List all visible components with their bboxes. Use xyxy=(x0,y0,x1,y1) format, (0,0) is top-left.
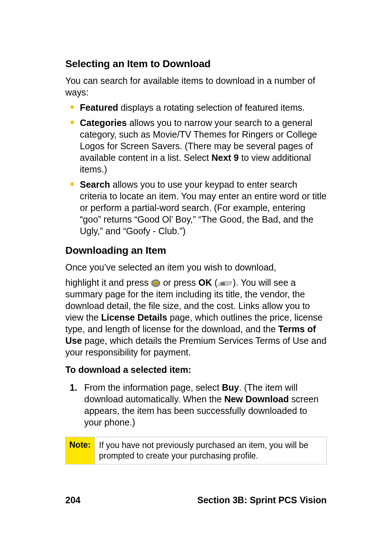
page-number: 204 xyxy=(65,495,81,505)
bullet-search: Search allows you to use your keypad to … xyxy=(65,179,327,237)
svg-text:OK: OK xyxy=(154,282,158,285)
search-text: allows you to use your keypad to enter s… xyxy=(80,179,327,236)
p2-part-a: highlight it and press xyxy=(65,277,151,288)
search-label: Search xyxy=(80,179,110,190)
note-box: Note: If you have not previously purchas… xyxy=(65,437,327,464)
p2-part-c: ( xyxy=(212,277,217,288)
download-steps: 1. From the information page, select Buy… xyxy=(65,382,327,428)
ok-label: OK xyxy=(198,277,212,288)
note-text: If you have not previously purchased an … xyxy=(95,437,326,464)
ok-key-icon: OK xyxy=(151,279,160,287)
bullet-featured: Featured displays a rotating selection o… xyxy=(65,102,327,113)
svg-rect-4 xyxy=(222,284,222,284)
buy-label: Buy xyxy=(222,382,239,393)
softkey-icon xyxy=(217,280,233,287)
step-1-text-a: From the information page, select xyxy=(84,382,222,393)
heading-selecting-item: Selecting an Item to Download xyxy=(65,58,327,70)
p2-part-f: page, which details the Premium Services… xyxy=(65,336,326,357)
download-p1: Once you’ve selected an item you wish to… xyxy=(65,261,327,273)
license-details-label: License Details xyxy=(101,312,167,322)
manual-page: Selecting an Item to Download You can se… xyxy=(0,0,392,549)
step-1-marker: 1. xyxy=(70,382,77,393)
categories-label: Categories xyxy=(80,118,127,128)
featured-text: displays a rotating selection of feature… xyxy=(118,102,305,113)
step-1: 1. From the information page, select Buy… xyxy=(65,382,327,428)
next-9-label: Next 9 xyxy=(212,152,239,163)
page-footer: 204 Section 3B: Sprint PCS Vision xyxy=(65,495,327,505)
section-label: Section 3B: Sprint PCS Vision xyxy=(197,495,327,505)
heading-downloading-item: Downloading an Item xyxy=(65,245,327,256)
svg-rect-5 xyxy=(223,284,224,284)
note-label: Note: xyxy=(66,437,95,464)
search-ways-list: Featured displays a rotating selection o… xyxy=(65,102,327,237)
intro-text: You can search for available items to do… xyxy=(65,75,327,98)
new-download-label: New Download xyxy=(224,394,289,404)
bullet-categories: Categories allows you to narrow your sea… xyxy=(65,117,327,175)
download-p2: highlight it and press OK or press OK ( … xyxy=(65,277,327,358)
featured-label: Featured xyxy=(80,102,118,113)
p2-part-b: or press xyxy=(163,277,198,288)
subheading-to-download: To download a selected item: xyxy=(65,365,327,375)
